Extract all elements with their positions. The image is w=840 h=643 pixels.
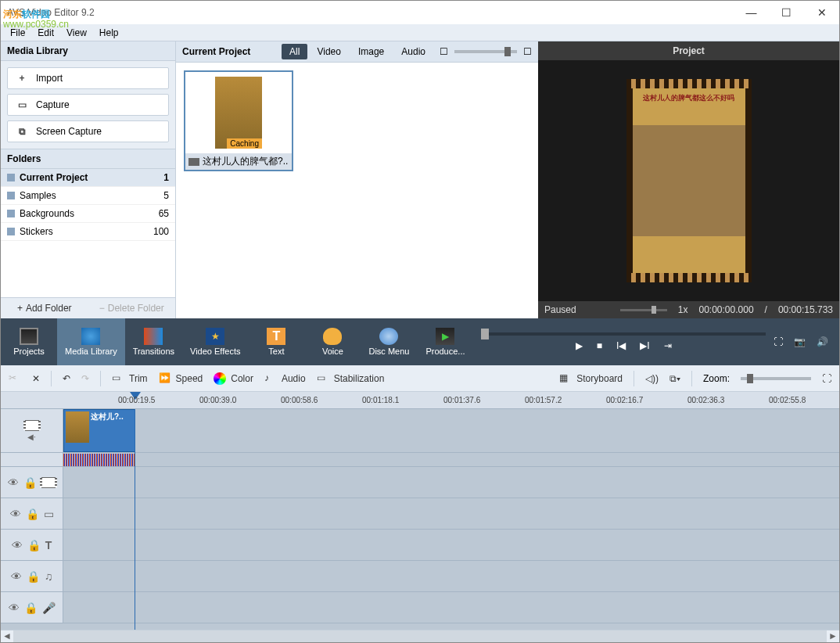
- text-button[interactable]: Text: [248, 318, 304, 365]
- folder-stickers[interactable]: Stickers100: [1, 223, 175, 241]
- fullscreen-icon[interactable]: ⛶: [774, 336, 783, 347]
- speed-slider[interactable]: [620, 309, 667, 311]
- lock-icon[interactable]: 🔒: [27, 570, 40, 583]
- projects-icon: [20, 328, 38, 345]
- edit-toolbar: ✂ ✕ ↶ ↷ ▭Trim ⏩Speed Color ♪Audio ▭Stabi…: [1, 365, 839, 392]
- audio-track[interactable]: 👁🔒♫: [1, 561, 839, 592]
- preview-viewport[interactable]: 这村儿人的脾气都这么不好吗: [538, 60, 839, 301]
- voice-icon: [323, 328, 342, 345]
- eye-icon[interactable]: 👁: [11, 570, 22, 583]
- tab-image[interactable]: Image: [350, 44, 392, 59]
- trim-button[interactable]: ▭Trim: [112, 372, 148, 385]
- effects-track[interactable]: 👁🔒▭: [1, 498, 839, 530]
- import-button[interactable]: +Import: [7, 67, 169, 89]
- video-clip[interactable]: 这村儿?..: [63, 409, 135, 452]
- media-library-button[interactable]: Media Library: [57, 318, 125, 365]
- eye-icon[interactable]: 👁: [9, 602, 20, 614]
- color-button[interactable]: Color: [214, 372, 253, 385]
- grid-small-icon[interactable]: ☐: [440, 46, 448, 57]
- produce-button[interactable]: Produce...: [417, 318, 473, 365]
- tab-all[interactable]: All: [282, 44, 307, 59]
- capture-button[interactable]: ▭Capture: [7, 94, 169, 116]
- text-track[interactable]: 👁🔒T: [1, 530, 839, 561]
- main-toolbar: Projects Media Library Transitions Video…: [1, 318, 839, 365]
- storyboard-label: Storyboard: [576, 373, 623, 384]
- screen-capture-button[interactable]: ⧉Screen Capture: [7, 120, 169, 142]
- eye-icon[interactable]: 👁: [12, 539, 23, 551]
- video-effects-button[interactable]: Video Effects: [182, 318, 248, 365]
- scroll-right-icon[interactable]: ►: [827, 630, 839, 642]
- playback-duration: 00:00:15.733: [778, 304, 833, 315]
- next-scene-button[interactable]: ⇥: [664, 340, 672, 351]
- close-button[interactable]: ✕: [804, 1, 839, 24]
- projects-button[interactable]: Projects: [1, 318, 57, 365]
- media-thumbnail[interactable]: Caching 这村儿人的脾气都?..: [184, 70, 293, 171]
- tab-video[interactable]: Video: [309, 44, 348, 59]
- main-video-track[interactable]: ◀· 这村儿?..: [1, 409, 839, 453]
- tab-audio[interactable]: Audio: [393, 44, 433, 59]
- time-separator: /: [765, 304, 767, 315]
- window-title: AVS Video Editor 9.2: [7, 7, 95, 18]
- thumbnail-name: 这村儿人的脾气都?..: [203, 155, 288, 168]
- capture-label: Capture: [36, 99, 70, 110]
- speed-button[interactable]: ⏩Speed: [159, 372, 203, 385]
- stop-button[interactable]: ■: [597, 340, 602, 351]
- lock-icon[interactable]: 🔒: [23, 476, 37, 489]
- import-label: Import: [36, 73, 63, 84]
- storyboard-button[interactable]: ▦Storyboard: [559, 372, 623, 385]
- transitions-button[interactable]: Transitions: [125, 318, 182, 365]
- zoom-fit-button[interactable]: ⛶: [822, 373, 831, 384]
- play-button[interactable]: ▶: [576, 340, 583, 351]
- playback-slider[interactable]: [481, 332, 766, 336]
- delete-button[interactable]: ✕: [32, 373, 40, 384]
- disc-menu-button[interactable]: Disc Menu: [361, 318, 417, 365]
- menu-file[interactable]: File: [5, 26, 30, 40]
- volume-mixer-icon[interactable]: ◁)): [645, 373, 659, 384]
- eye-icon[interactable]: 👁: [10, 508, 21, 520]
- maximize-button[interactable]: ☐: [769, 1, 804, 24]
- horizontal-scrollbar[interactable]: ◄ ►: [1, 630, 839, 642]
- eye-icon[interactable]: 👁: [8, 476, 19, 489]
- timeline: 00:00:19.5 00:00:39.0 00:00:58.6 00:01:1…: [1, 392, 839, 642]
- overlay-track[interactable]: 👁🔒: [1, 467, 839, 498]
- lock-icon[interactable]: 🔒: [24, 602, 38, 614]
- folder-current-project[interactable]: Current Project1: [1, 169, 175, 187]
- menu-help[interactable]: Help: [95, 26, 124, 40]
- undo-button[interactable]: ↶: [63, 373, 70, 384]
- redo-button: ↷: [81, 373, 89, 384]
- mic-icon: 🎤: [42, 602, 56, 614]
- folder-samples[interactable]: Samples5: [1, 187, 175, 205]
- prev-frame-button[interactable]: I◀: [616, 340, 626, 351]
- folder-name: Samples: [20, 190, 56, 201]
- aspect-icon[interactable]: ⧉▾: [669, 373, 680, 384]
- zoom-slider[interactable]: [741, 377, 811, 380]
- minimize-button[interactable]: —: [734, 1, 769, 24]
- thumbnail-size-slider[interactable]: [454, 50, 517, 53]
- transitions-icon: [144, 328, 163, 345]
- timeline-ruler[interactable]: 00:00:19.5 00:00:39.0 00:00:58.6 00:01:1…: [1, 392, 839, 409]
- audio-button[interactable]: ♪Audio: [264, 372, 306, 385]
- scroll-left-icon[interactable]: ◄: [1, 630, 13, 642]
- add-folder-button[interactable]: +Add Folder: [1, 298, 88, 318]
- menu-edit[interactable]: Edit: [33, 26, 59, 40]
- voice-track[interactable]: 👁🔒🎤: [1, 592, 839, 623]
- next-frame-button[interactable]: ▶I: [640, 340, 649, 351]
- add-folder-label: Add Folder: [26, 303, 72, 314]
- folder-backgrounds[interactable]: Backgrounds65: [1, 205, 175, 223]
- menu-view[interactable]: View: [62, 26, 92, 40]
- lock-icon[interactable]: 🔒: [27, 539, 41, 551]
- volume-icon[interactable]: 🔊: [817, 336, 828, 347]
- grid-large-icon[interactable]: ☐: [523, 46, 532, 57]
- playback-speed: 1x: [678, 304, 688, 315]
- disc-icon: [379, 328, 398, 345]
- audio-label: Audio: [282, 373, 306, 384]
- folder-icon: [7, 210, 15, 217]
- color-icon: [214, 372, 226, 385]
- folder-count: 65: [159, 208, 169, 219]
- ruler-mark: 00:01:57.2: [525, 396, 562, 404]
- lock-icon[interactable]: 🔒: [26, 508, 39, 520]
- stab-icon: ▭: [317, 372, 329, 385]
- voice-button[interactable]: Voice: [304, 318, 361, 365]
- stabilization-button[interactable]: ▭Stabilization: [317, 372, 385, 385]
- snapshot-icon[interactable]: 📷: [794, 336, 806, 347]
